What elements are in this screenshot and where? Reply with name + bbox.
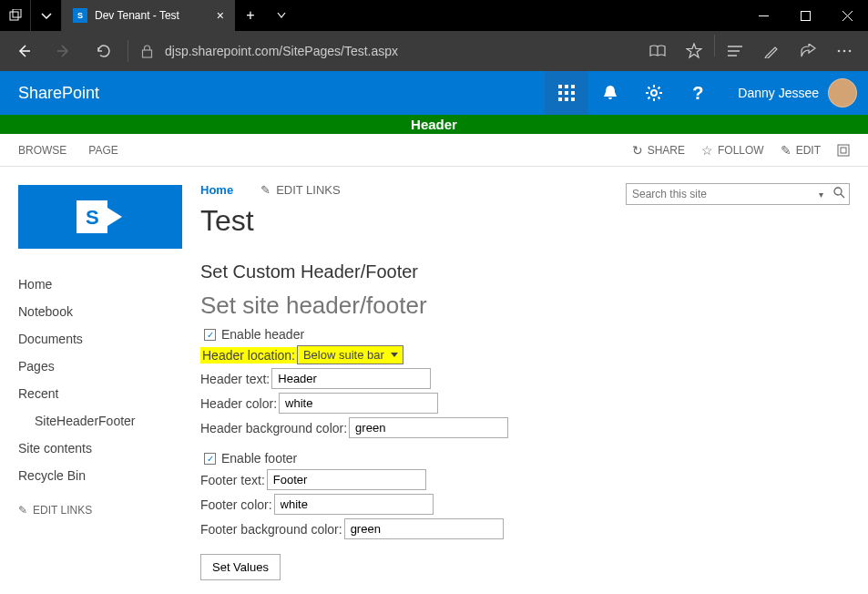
user-name: Danny Jessee <box>738 86 819 100</box>
svg-rect-1 <box>13 9 21 17</box>
svg-marker-10 <box>687 44 701 57</box>
user-menu[interactable]: Danny Jessee <box>720 78 868 108</box>
minimize-button[interactable] <box>742 0 784 31</box>
nav-recent[interactable]: Recent <box>18 380 182 407</box>
settings-icon[interactable] <box>632 71 676 115</box>
ribbon-tab-browse[interactable]: BROWSE <box>18 144 66 157</box>
favorite-icon[interactable] <box>678 35 710 67</box>
url-text[interactable]: djsp.sharepoint.com/SitePages/Test.aspx <box>165 44 634 58</box>
search-input[interactable] <box>627 188 812 200</box>
tab-actions-icon[interactable] <box>266 10 297 21</box>
svg-rect-23 <box>558 97 562 101</box>
nav-recycle-bin[interactable]: Recycle Bin <box>18 462 182 489</box>
follow-button[interactable]: ☆ FOLLOW <box>701 143 764 158</box>
header-text-input[interactable] <box>271 368 431 389</box>
svg-point-14 <box>838 50 841 53</box>
search-go-icon[interactable] <box>829 187 849 201</box>
enable-header-row[interactable]: ✓ Enable header <box>200 327 850 342</box>
svg-rect-18 <box>565 85 568 88</box>
back-button[interactable] <box>7 35 40 67</box>
footer-text-input[interactable] <box>267 469 426 490</box>
svg-rect-27 <box>838 145 849 156</box>
pencil-icon: ✎ <box>18 504 27 517</box>
left-nav: Home Notebook Documents Pages Recent Sit… <box>18 258 182 580</box>
maximize-button[interactable] <box>784 0 826 31</box>
footer-color-label: Footer color: <box>200 497 272 512</box>
form-area: Set Custom Header/Footer Set site header… <box>182 258 850 580</box>
sharepoint-favicon: S <box>73 8 87 23</box>
reading-view-icon[interactable] <box>641 35 674 67</box>
svg-rect-19 <box>571 85 575 88</box>
refresh-button[interactable] <box>87 35 120 67</box>
close-window-button[interactable] <box>826 0 868 31</box>
tab-title: Dev Tenant - Test <box>95 9 209 22</box>
tab-preview-icon[interactable] <box>31 0 62 31</box>
suite-brand[interactable]: SharePoint <box>0 84 117 103</box>
nav-recent-child[interactable]: SiteHeaderFooter <box>18 407 182 435</box>
svg-rect-25 <box>571 97 575 101</box>
ribbon-tab-page[interactable]: PAGE <box>88 144 117 157</box>
svg-rect-28 <box>841 148 846 153</box>
notes-icon[interactable] <box>755 35 788 67</box>
header-text-label: Header text: <box>200 372 270 386</box>
checkbox-icon[interactable]: ✓ <box>204 453 216 465</box>
new-tab-button[interactable]: + <box>235 7 266 24</box>
search-scope-dropdown[interactable]: ▾ <box>812 189 829 200</box>
breadcrumb-home[interactable]: Home <box>200 183 233 197</box>
close-tab-icon[interactable]: × <box>217 8 224 23</box>
header-color-input[interactable] <box>279 393 438 414</box>
svg-rect-3 <box>801 11 810 20</box>
site-logo[interactable]: S <box>18 185 182 249</box>
svg-rect-0 <box>10 12 18 20</box>
share-button[interactable]: ↻ SHARE <box>632 143 685 158</box>
pencil-icon: ✎ <box>260 183 271 197</box>
svg-rect-24 <box>565 97 568 101</box>
checkbox-icon[interactable]: ✓ <box>204 329 216 341</box>
header-location-label: Header location: <box>200 347 297 364</box>
svg-point-15 <box>843 50 846 53</box>
footer-color-input[interactable] <box>274 494 434 515</box>
lock-icon[interactable] <box>136 45 158 58</box>
browser-tab[interactable]: S Dev Tenant - Test × <box>62 0 235 31</box>
suite-bar: SharePoint ? Danny Jessee <box>0 71 868 115</box>
browser-addressbar: djsp.sharepoint.com/SitePages/Test.aspx <box>0 31 868 71</box>
notifications-icon[interactable] <box>588 71 632 115</box>
svg-rect-8 <box>142 50 151 57</box>
header-bg-label: Header background color: <box>200 421 347 435</box>
focus-button[interactable] <box>837 144 850 157</box>
more-icon[interactable] <box>828 35 861 67</box>
svg-marker-31 <box>107 208 122 226</box>
hub-icon[interactable] <box>719 35 751 67</box>
edit-button[interactable]: ✎ EDIT <box>781 143 821 158</box>
nav-notebook[interactable]: Notebook <box>18 298 182 325</box>
header-color-label: Header color: <box>200 396 277 411</box>
custom-header: Header <box>0 115 868 134</box>
share-icon[interactable] <box>791 35 824 67</box>
header-bg-input[interactable] <box>349 417 508 438</box>
svg-line-33 <box>841 194 844 198</box>
edit-links-top[interactable]: ✎ EDIT LINKS <box>260 183 341 197</box>
nav-pages[interactable]: Pages <box>18 353 182 380</box>
nav-site-contents[interactable]: Site contents <box>18 435 182 462</box>
svg-rect-21 <box>565 91 568 95</box>
help-icon[interactable]: ? <box>676 71 720 115</box>
footer-text-label: Footer text: <box>200 473 265 487</box>
browser-chrome: S Dev Tenant - Test × + <box>0 0 868 71</box>
share-sync-icon: ↻ <box>632 143 643 158</box>
app-launcher-icon[interactable] <box>545 71 588 115</box>
nav-documents[interactable]: Documents <box>18 325 182 353</box>
footer-bg-input[interactable] <box>344 518 504 539</box>
pencil-icon: ✎ <box>781 143 791 158</box>
nav-edit-links[interactable]: ✎ EDIT LINKS <box>18 504 182 517</box>
svg-rect-22 <box>571 91 575 95</box>
set-values-button[interactable]: Set Values <box>200 554 281 580</box>
form-heading-2: Set site header/footer <box>200 292 850 320</box>
enable-footer-row[interactable]: ✓ Enable footer <box>200 451 850 466</box>
tabs-aside-icon[interactable] <box>0 0 31 31</box>
nav-home[interactable]: Home <box>18 271 182 298</box>
search-box[interactable]: ▾ <box>626 183 850 205</box>
forward-button[interactable] <box>47 35 80 67</box>
browser-titlebar: S Dev Tenant - Test × + <box>0 0 868 31</box>
header-location-select[interactable]: Below suite bar <box>297 345 403 364</box>
svg-point-32 <box>834 188 842 195</box>
